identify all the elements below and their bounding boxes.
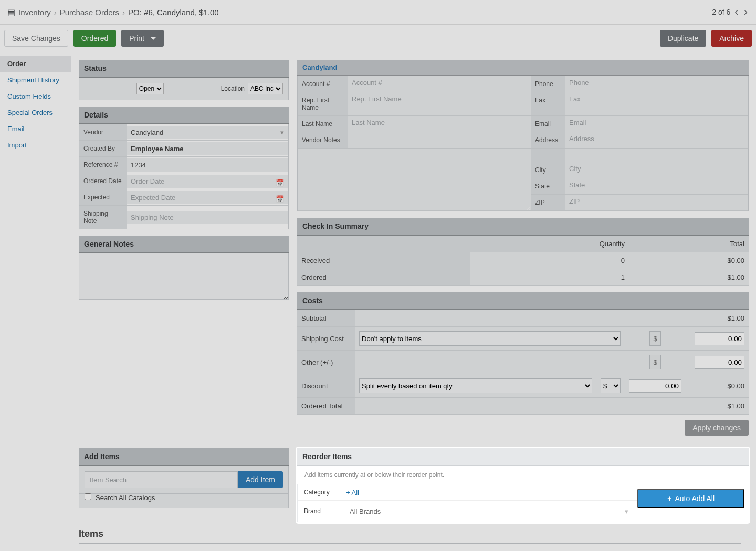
items-section-header: Items xyxy=(79,528,741,544)
auto-add-all-button[interactable]: +Auto Add All xyxy=(637,489,744,508)
breadcrumb: ▤ Inventory › Purchase Orders › PO: #6, … xyxy=(7,7,219,17)
search-all-catalogs-checkbox[interactable] xyxy=(85,493,91,500)
vendor-notes-label: Vendor Notes xyxy=(298,132,348,149)
currency-symbol: $ xyxy=(649,331,661,346)
archive-button[interactable]: Archive xyxy=(711,30,752,47)
city-label: City xyxy=(531,162,565,178)
print-dropdown[interactable]: Print xyxy=(121,30,164,47)
total-header: Total xyxy=(629,236,749,252)
chevron-right-icon: › xyxy=(54,8,57,17)
save-button[interactable]: Save Changes xyxy=(4,30,68,47)
crumb-root[interactable]: Inventory xyxy=(18,8,51,17)
category-all-link[interactable]: + All xyxy=(346,489,359,496)
reference-input[interactable] xyxy=(131,161,284,169)
received-label: Received xyxy=(297,252,470,269)
zip-label: ZIP xyxy=(531,195,565,211)
costs-header: Costs xyxy=(297,292,749,310)
shipping-cost-label: Shipping Cost xyxy=(297,327,355,351)
fax-label: Fax xyxy=(531,92,565,116)
vendor-link[interactable]: Candyland xyxy=(302,63,337,71)
rep-first-name-input[interactable] xyxy=(352,95,527,103)
status-row: Open Location ABC Inc xyxy=(79,78,289,100)
expected-date-input[interactable] xyxy=(131,194,284,202)
reorder-items-header: Reorder Items xyxy=(297,448,749,466)
discount-type-select[interactable]: $ xyxy=(601,378,621,393)
add-item-button[interactable]: Add Item xyxy=(238,471,283,488)
vendor-notes-textarea[interactable] xyxy=(298,149,531,210)
rep-first-name-label: Rep. First Name xyxy=(298,92,348,116)
home-icon[interactable]: ▤ xyxy=(7,7,15,17)
plus-icon: + xyxy=(667,494,671,503)
calendar-icon[interactable]: 📅 xyxy=(276,195,284,203)
brand-label: Brand xyxy=(298,503,342,519)
sidebar-item-import[interactable]: Import xyxy=(0,137,71,153)
created-by-value: Employee Name xyxy=(131,145,183,153)
account-label: Account # xyxy=(298,76,348,92)
qty-header: Quantity xyxy=(470,236,629,252)
general-notes-textarea[interactable] xyxy=(79,253,289,300)
sidebar-item-order[interactable]: Order xyxy=(0,56,71,72)
side-nav: Order Shipment History Custom Fields Spe… xyxy=(0,52,71,164)
search-all-catalogs-label: Search All Catalogs xyxy=(96,494,155,502)
item-search-input[interactable] xyxy=(85,471,238,488)
sidebar-item-special-orders[interactable]: Special Orders xyxy=(0,104,71,121)
other-input[interactable] xyxy=(695,356,744,369)
vendor-header: Candyland xyxy=(297,60,749,76)
phone-input[interactable] xyxy=(569,79,744,87)
address-input[interactable] xyxy=(569,135,744,143)
record-pager: 2 of 6 ‹ › xyxy=(712,5,749,19)
add-items-header: Add Items xyxy=(79,448,289,466)
address-label: Address xyxy=(531,132,565,149)
calendar-icon[interactable]: 📅 xyxy=(276,179,284,187)
currency-symbol: $ xyxy=(649,355,661,369)
status-header: Status xyxy=(79,60,289,78)
crumb-current: PO: #6, Candyland, $1.00 xyxy=(128,8,219,17)
ordered-label: Ordered xyxy=(297,269,470,286)
general-notes-header: General Notes xyxy=(79,236,289,253)
vendor-label: Vendor xyxy=(79,124,127,140)
breadcrumb-bar: ▤ Inventory › Purchase Orders › PO: #6, … xyxy=(0,0,756,25)
ordered-total-label: Ordered Total xyxy=(297,398,355,415)
pager-label: 2 of 6 xyxy=(712,8,730,16)
location-select[interactable]: ABC Inc xyxy=(248,83,283,94)
location-label: Location xyxy=(221,85,245,92)
expected-date-label: Expected xyxy=(79,189,127,205)
city-input[interactable] xyxy=(569,165,744,173)
sidebar-item-shipment-history[interactable]: Shipment History xyxy=(0,72,71,88)
vendor-email-input[interactable] xyxy=(569,119,744,126)
discount-amount-input[interactable] xyxy=(629,379,681,393)
fax-input[interactable] xyxy=(569,95,744,103)
last-name-input[interactable] xyxy=(352,119,527,126)
shipping-cost-input[interactable] xyxy=(695,332,744,345)
shipping-note-label: Shipping Note xyxy=(79,206,127,229)
pager-next-icon[interactable]: › xyxy=(743,5,749,19)
ordered-button[interactable]: Ordered xyxy=(74,30,116,47)
status-select[interactable]: Open xyxy=(136,83,164,94)
zip-input[interactable] xyxy=(569,197,744,205)
shipping-note-input[interactable] xyxy=(131,214,284,221)
ordered-date-label: Ordered Date xyxy=(79,173,127,189)
apply-changes-button[interactable]: Apply changes xyxy=(685,420,749,436)
vendor-select[interactable]: Candyland▾ xyxy=(131,129,284,136)
checkin-table: QuantityTotal Received0$0.00 Ordered1$1.… xyxy=(297,236,749,286)
state-input[interactable] xyxy=(569,181,744,189)
account-input[interactable] xyxy=(352,79,527,87)
brand-select[interactable]: All Brands▾ xyxy=(346,504,633,518)
discount-label: Discount xyxy=(297,374,355,398)
state-label: State xyxy=(531,178,565,195)
created-by-label: Created By xyxy=(79,141,127,156)
discount-apply-select[interactable]: Split evenly based on item qty xyxy=(359,378,592,393)
crumb-mid[interactable]: Purchase Orders xyxy=(60,8,119,17)
pager-prev-icon[interactable]: ‹ xyxy=(733,5,739,19)
ordered-date-input[interactable] xyxy=(131,177,284,185)
sidebar-item-custom-fields[interactable]: Custom Fields xyxy=(0,88,71,104)
duplicate-button[interactable]: Duplicate xyxy=(660,30,706,47)
vendor-email-label: Email xyxy=(531,116,565,132)
address2-input[interactable] xyxy=(569,151,744,159)
checkin-header: Check In Summary xyxy=(297,218,749,236)
shipping-apply-select[interactable]: Don't apply to items xyxy=(359,331,621,346)
phone-label: Phone xyxy=(531,76,565,92)
costs-table: Subtotal$1.00 Shipping Cost Don't apply … xyxy=(297,310,749,415)
sidebar-item-email[interactable]: Email xyxy=(0,121,71,137)
subtotal-label: Subtotal xyxy=(297,310,355,327)
